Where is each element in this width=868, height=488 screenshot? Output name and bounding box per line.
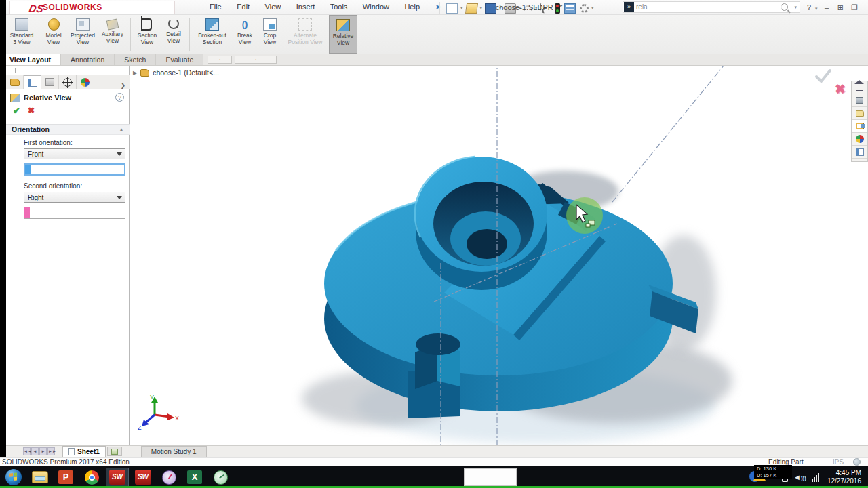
taskbar-gauge-purple[interactable] (157, 468, 180, 487)
viewport-3d-model[interactable]: Y X Z (0, 0, 868, 488)
view-palette-icon[interactable] (852, 120, 867, 133)
feature-tree-root[interactable]: choose-1 (Default<... (153, 68, 219, 77)
menu-insert[interactable]: Insert (290, 0, 321, 14)
cm-button-projected-view[interactable]: ProjectedView (68, 15, 97, 54)
cm-button-auxiliary-view[interactable]: AuxiliaryView (98, 15, 127, 54)
windows-taskbar: P SW SW X ! ▲ ◄))) 4:45 PM12/27/2016 (0, 466, 868, 488)
orientation-group-header[interactable]: Orientation ▲ (6, 124, 130, 135)
relative-view-icon (336, 19, 350, 31)
confirm-row: ✔ ✖ (6, 105, 130, 117)
slot-round-end[interactable] (416, 333, 460, 355)
appearances-icon[interactable] (852, 133, 867, 146)
cm-button-standard-3-view[interactable]: Standard3 View (5, 15, 39, 54)
help-button[interactable]: ? (804, 0, 814, 15)
panel-splitter-handle[interactable] (9, 68, 16, 73)
triad-x-label: X (175, 415, 179, 422)
taskbar-file-explorer[interactable] (28, 468, 52, 487)
minimize-button[interactable]: – (821, 0, 832, 15)
second-orientation-label: Second orientation: (24, 182, 82, 190)
expand-arrow-icon[interactable]: ▶ (133, 70, 137, 76)
search-input[interactable]: rela (636, 3, 781, 11)
cancel-x-button[interactable]: ✖ (28, 106, 35, 115)
taskbar-powerpoint[interactable]: P (54, 468, 77, 487)
feature-tree-flyout[interactable]: ▶ choose-1 (Default<... (133, 68, 219, 77)
confirmation-corner-check[interactable] (814, 68, 834, 84)
cm-button-break-view[interactable]: () BreakView (233, 15, 257, 54)
taskbar-solidworks-2017[interactable]: SW (106, 468, 129, 487)
projected-view-icon (76, 18, 90, 30)
dropdown-arrow-icon (117, 152, 122, 156)
help-icon[interactable]: ? (115, 93, 124, 102)
propertymanager-tab[interactable] (24, 75, 41, 89)
cm-button-model-view[interactable]: ModelView (40, 15, 67, 54)
detail-view-icon (168, 18, 179, 29)
menu-view[interactable]: View (259, 0, 288, 14)
menu-help[interactable]: Help (398, 0, 426, 14)
search-icon[interactable] (781, 3, 788, 11)
sheet-nav-buttons[interactable]: ◄◄◄►►► (23, 446, 56, 457)
cm-button-relative-view[interactable]: RelativeView (329, 15, 357, 54)
taskbar-excel[interactable]: X (183, 468, 206, 487)
tab-view-layout[interactable]: View Layout (0, 54, 61, 65)
triad-z-label: Z (138, 424, 142, 431)
inner-hole[interactable] (467, 229, 507, 259)
confirmation-corner-cancel[interactable]: ✖ (835, 81, 846, 97)
first-orientation-selection-field[interactable] (24, 163, 125, 176)
manager-tab-strip: ❯ (6, 75, 130, 89)
dimxpertmanager-tab[interactable] (59, 75, 77, 89)
tab-sketch[interactable]: Sketch (115, 54, 156, 65)
taskbar-chrome[interactable] (80, 468, 103, 487)
toolbar-stub-2[interactable]: · (235, 56, 277, 64)
search-box[interactable]: » rela ▾ (623, 1, 800, 13)
cm-button-broken-out-section[interactable]: Broken-outSection (193, 15, 231, 54)
taskbar-gauge-green[interactable] (209, 468, 232, 487)
custom-properties-icon[interactable] (852, 146, 867, 159)
model-view-icon (48, 18, 60, 30)
restore-button[interactable]: ❐ (849, 0, 860, 15)
click-highlight (566, 197, 603, 234)
taskbar-preview-box[interactable] (464, 468, 517, 486)
break-view-icon: () (238, 18, 252, 30)
toolbar-stub-1[interactable]: · (208, 56, 232, 64)
relative-view-header-icon (10, 94, 20, 102)
command-manager-tabs: View Layout Annotation Sketch Evaluate ·… (0, 54, 868, 66)
status-units[interactable]: IPS (833, 458, 844, 466)
search-caret-icon[interactable]: ▾ (794, 5, 797, 10)
new-document-icon[interactable] (446, 3, 458, 14)
taskbar-solidworks-2016[interactable]: SW (132, 468, 155, 487)
cm-button-section-view[interactable]: SectionView (134, 15, 160, 54)
tab-evaluate[interactable]: Evaluate (156, 54, 203, 65)
menu-edit[interactable]: Edit (231, 0, 256, 14)
file-explorer-icon[interactable] (852, 107, 867, 120)
taskbar-clock[interactable]: 4:45 PM12/27/2016 (827, 469, 861, 485)
volume-icon[interactable]: ◄))) (793, 473, 806, 481)
featuremanager-tab[interactable] (6, 75, 24, 89)
solidworks-logo: DS SOLIDWORKS (9, 1, 175, 14)
cm-button-detail-view[interactable]: DetailView (161, 15, 186, 54)
tab-sheet1[interactable]: Sheet1 (62, 446, 106, 457)
tab-motion-study-1[interactable]: Motion Study 1 (141, 446, 207, 457)
property-manager-header: Relative View ? (6, 91, 130, 104)
menu-file[interactable]: File (203, 0, 228, 14)
dropdown-arrow-icon (117, 196, 122, 199)
left-edge-bar (0, 0, 6, 457)
collapse-chevron-icon[interactable]: ▲ (119, 127, 124, 133)
tab-annotation[interactable]: Annotation (61, 54, 115, 65)
menu-tools[interactable]: Tools (324, 0, 354, 14)
cm-button-crop-view[interactable]: CropView (258, 15, 281, 54)
add-sheet-button[interactable] (107, 447, 122, 456)
menu-window[interactable]: Window (357, 0, 395, 14)
chevron-right-icon[interactable]: ❯ (120, 82, 130, 89)
second-orientation-selection-field[interactable] (24, 207, 125, 219)
first-orientation-dropdown[interactable]: Front (24, 148, 125, 159)
displaymanager-tab[interactable] (77, 75, 94, 89)
toolbox-icon[interactable] (852, 94, 867, 107)
network-icon[interactable] (812, 473, 819, 482)
maximize-button[interactable]: ⊞ (835, 0, 846, 15)
ok-check-button[interactable]: ✔ (13, 106, 20, 116)
status-bar: SOLIDWORKS Premium 2017 x64 Edition Edit… (0, 457, 868, 466)
configurationmanager-tab[interactable] (41, 75, 59, 89)
start-button[interactable] (5, 469, 22, 485)
home-icon[interactable] (852, 81, 867, 94)
second-orientation-dropdown[interactable]: Right (24, 192, 125, 203)
